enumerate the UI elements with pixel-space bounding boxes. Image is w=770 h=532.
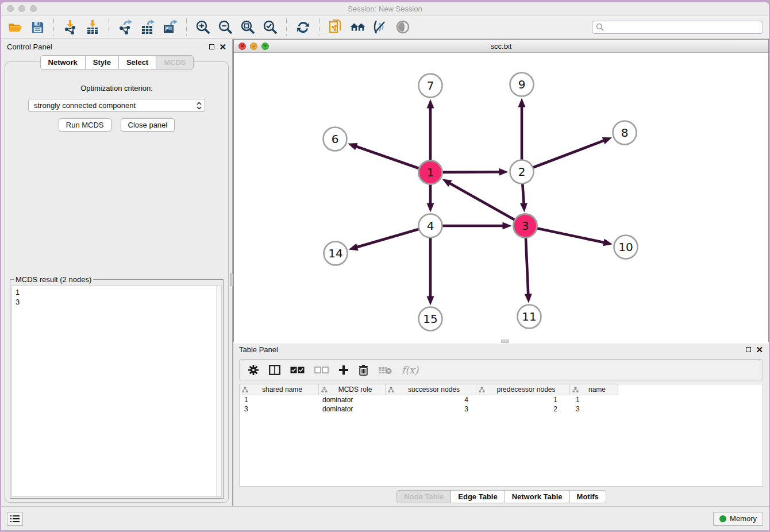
- add-column-icon[interactable]: [338, 365, 349, 375]
- column-header-MCDS-role[interactable]: MCDS role: [319, 384, 386, 395]
- edge-arrowhead: [349, 244, 359, 250]
- deselect-all-checkboxes-icon[interactable]: [314, 367, 329, 373]
- mcds-result-list[interactable]: 1 3: [11, 286, 222, 497]
- home-button[interactable]: [350, 19, 366, 35]
- network-window-titlebar[interactable]: ✕ − + scc.txt: [234, 40, 768, 53]
- table-header-row[interactable]: shared nameMCDS rolesuccessor nodesprede…: [240, 384, 763, 395]
- column-header-label: predecessor nodes: [496, 385, 555, 394]
- tab-motifs[interactable]: Motifs: [569, 490, 606, 503]
- select-all-checkboxes-icon[interactable]: [290, 367, 305, 373]
- tab-select[interactable]: Select: [118, 55, 156, 70]
- save-session-button[interactable]: [29, 19, 45, 35]
- table-cell[interactable]: 1: [240, 395, 319, 404]
- tab-style[interactable]: Style: [85, 55, 119, 70]
- column-header-name[interactable]: name: [570, 384, 618, 395]
- network-canvas[interactable]: 7968124314101511: [234, 53, 768, 344]
- control-panel-title: Control Panel: [7, 43, 52, 51]
- table-cell[interactable]: 3: [570, 404, 618, 414]
- node-label: 9: [518, 78, 526, 91]
- run-mcds-button[interactable]: Run MCDS: [59, 118, 111, 132]
- tab-node-table[interactable]: Node Table: [396, 490, 451, 503]
- column-header-successor-nodes[interactable]: successor nodes: [386, 384, 476, 395]
- apply-function-icon[interactable]: f(x): [402, 364, 418, 376]
- table-cell[interactable]: dominator: [319, 395, 386, 404]
- tab-network[interactable]: Network: [40, 55, 86, 70]
- graph-node-4[interactable]: 4: [419, 214, 442, 238]
- node-table[interactable]: shared nameMCDS rolesuccessor nodesprede…: [239, 384, 763, 487]
- table-cell[interactable]: dominator: [319, 404, 386, 414]
- zoom-selected-button[interactable]: [262, 19, 278, 35]
- table-cell[interactable]: 3: [386, 404, 476, 414]
- criterion-dropdown[interactable]: strongly connected component: [28, 99, 205, 112]
- export-image-button[interactable]: [162, 19, 178, 35]
- titlebar: Session: New Session: [1, 2, 769, 16]
- tab-edge-table[interactable]: Edge Table: [451, 490, 505, 503]
- graph-node-11[interactable]: 11: [518, 305, 541, 329]
- column-header-predecessor-nodes[interactable]: predecessor nodes: [476, 384, 570, 395]
- node-label: 3: [522, 219, 529, 233]
- graph-node-8[interactable]: 8: [613, 121, 637, 145]
- show-graphics-details-button[interactable]: [395, 19, 411, 35]
- graph-node-6[interactable]: 6: [324, 128, 347, 151]
- edge-3-1[interactable]: [449, 183, 525, 226]
- edge-arrowhead: [503, 222, 512, 230]
- search-field[interactable]: [592, 21, 763, 34]
- mcds-result-title: MCDS result (2 nodes): [14, 275, 93, 284]
- zoom-fit-button[interactable]: [240, 19, 256, 35]
- memory-status-icon: [719, 515, 726, 522]
- import-network-button[interactable]: [62, 19, 78, 35]
- split-columns-icon[interactable]: [269, 365, 280, 375]
- graph-node-9[interactable]: 9: [510, 73, 534, 97]
- float-table-panel-icon[interactable]: [746, 347, 751, 352]
- graph-node-1[interactable]: 1: [419, 161, 442, 184]
- column-header-shared-name[interactable]: shared name: [240, 384, 319, 395]
- export-table-button[interactable]: [140, 19, 156, 35]
- memory-button[interactable]: Memory: [713, 512, 763, 526]
- column-header-label: successor nodes: [408, 385, 460, 394]
- edge-2-8[interactable]: [522, 140, 605, 172]
- zoom-out-button[interactable]: [217, 19, 233, 35]
- close-panel-icon[interactable]: ✕: [219, 44, 226, 49]
- open-session-button[interactable]: [7, 19, 23, 35]
- delete-table-icon[interactable]: [378, 365, 392, 375]
- import-table-button[interactable]: [84, 19, 101, 35]
- graph-node-10[interactable]: 10: [614, 236, 638, 259]
- edge-arrowhead: [525, 294, 532, 303]
- graph-node-7[interactable]: 7: [419, 74, 442, 98]
- new-network-from-selection-button[interactable]: [328, 19, 344, 35]
- task-history-button[interactable]: [7, 512, 23, 526]
- table-cell[interactable]: 1: [570, 395, 618, 404]
- close-table-panel-icon[interactable]: ✕: [756, 347, 763, 352]
- table-cell[interactable]: 3: [240, 404, 319, 414]
- hide-graphics-details-button[interactable]: [372, 19, 388, 35]
- search-input[interactable]: [607, 23, 759, 31]
- graph-node-14[interactable]: 14: [324, 242, 348, 265]
- table-cell[interactable]: 1: [476, 395, 570, 404]
- dropdown-stepper-icon: [196, 101, 202, 110]
- network-graph[interactable]: 7968124314101511: [234, 53, 767, 341]
- delete-column-trash-icon[interactable]: [359, 364, 368, 376]
- close-panel-button[interactable]: Close panel: [121, 118, 175, 132]
- export-network-button[interactable]: [117, 19, 133, 35]
- zoom-in-button[interactable]: [195, 19, 211, 35]
- edge-arrowhead: [603, 238, 613, 246]
- edge-arrowhead: [427, 203, 434, 213]
- graph-node-15[interactable]: 15: [419, 307, 442, 331]
- float-panel-icon[interactable]: [209, 44, 214, 49]
- table-settings-gear-icon[interactable]: [248, 364, 259, 376]
- network-resize-grip[interactable]: [501, 340, 509, 343]
- table-row[interactable]: 1dominator411: [240, 395, 763, 404]
- graph-node-2[interactable]: 2: [510, 160, 534, 184]
- refresh-button[interactable]: [295, 19, 311, 35]
- open-folder-icon: [7, 20, 22, 34]
- network-window: ✕ − + scc.txt 7968124314101511: [233, 39, 769, 342]
- table-cell[interactable]: 2: [476, 404, 570, 414]
- tab-network-table[interactable]: Network Table: [505, 490, 570, 503]
- graph-node-3[interactable]: 3: [514, 214, 537, 238]
- table-row[interactable]: 3dominator323: [240, 404, 763, 414]
- result-scrollbar[interactable]: [216, 286, 221, 496]
- table-cell[interactable]: 4: [386, 395, 476, 404]
- panel-splitter-grip[interactable]: [230, 273, 233, 286]
- attribute-icon: [479, 387, 485, 393]
- tab-mcds[interactable]: MCDS: [156, 55, 194, 70]
